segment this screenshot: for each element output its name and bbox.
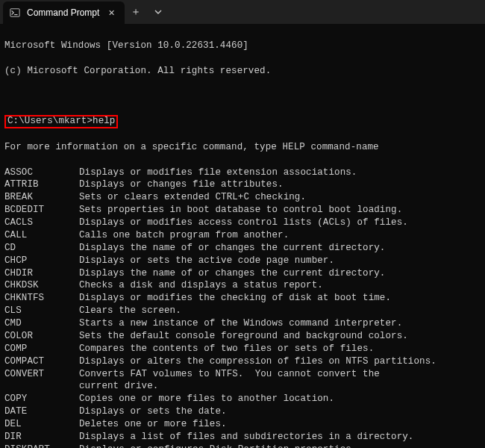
command-name: CD bbox=[4, 242, 79, 255]
command-name: COMPACT bbox=[4, 355, 79, 368]
command-desc: Displays or modifies access control list… bbox=[79, 217, 481, 229]
command-name: DIR bbox=[4, 431, 79, 444]
command-desc: Displays or configures Disk Partition pr… bbox=[79, 444, 481, 448]
command-desc: Calls one batch program from another. bbox=[79, 229, 481, 242]
banner-line-1: Microsoft Windows [Version 10.0.22631.44… bbox=[4, 40, 481, 52]
command-name: BREAK bbox=[4, 191, 79, 204]
command-desc: Starts a new instance of the Windows com… bbox=[79, 317, 481, 330]
svg-rect-0 bbox=[10, 9, 19, 17]
command-row: current drive. bbox=[4, 380, 481, 393]
command-desc: Sets or clears extended CTRL+C checking. bbox=[79, 191, 481, 204]
terminal-output[interactable]: Microsoft Windows [Version 10.0.22631.44… bbox=[0, 24, 485, 448]
command-name: DISKPART bbox=[4, 444, 79, 448]
command-name: CHKDSK bbox=[4, 279, 79, 292]
command-name: DATE bbox=[4, 405, 79, 418]
tab-label: Command Prompt bbox=[27, 7, 99, 18]
command-row: COMPACTDisplays or alters the compressio… bbox=[4, 355, 481, 368]
prompt-command: help bbox=[93, 116, 115, 126]
command-desc: Displays or changes file attributes. bbox=[79, 178, 481, 191]
command-row: DATEDisplays or sets the date. bbox=[4, 405, 481, 418]
blank-line bbox=[4, 90, 481, 102]
command-name: CONVERT bbox=[4, 368, 79, 381]
command-row: ATTRIBDisplays or changes file attribute… bbox=[4, 178, 481, 191]
command-row: DIRDisplays a list of files and subdirec… bbox=[4, 431, 481, 444]
command-name: ATTRIB bbox=[4, 178, 79, 191]
command-desc: Displays the name of or changes the curr… bbox=[79, 267, 481, 280]
command-name: COMP bbox=[4, 343, 79, 355]
command-desc: Displays or sets the active code page nu… bbox=[79, 255, 481, 267]
command-desc: current drive. bbox=[79, 380, 481, 393]
command-row: CMDStarts a new instance of the Windows … bbox=[4, 317, 481, 330]
command-row: CLSClears the screen. bbox=[4, 305, 481, 317]
command-row: CHCPDisplays or sets the active code pag… bbox=[4, 255, 481, 267]
command-row: COLORSets the default console foreground… bbox=[4, 330, 481, 343]
new-tab-button[interactable]: ＋ bbox=[125, 1, 147, 23]
command-desc: Copies one or more files to another loca… bbox=[79, 393, 481, 405]
command-name bbox=[4, 380, 79, 393]
command-name: CHKNTFS bbox=[4, 292, 79, 305]
command-desc: Compares the contents of two files or se… bbox=[79, 343, 481, 355]
command-name: CLS bbox=[4, 305, 79, 317]
command-row: CHDIRDisplays the name of or changes the… bbox=[4, 267, 481, 280]
command-row: CHKDSKChecks a disk and displays a statu… bbox=[4, 279, 481, 292]
command-name: CALL bbox=[4, 229, 79, 242]
banner-line-2: (c) Microsoft Corporation. All rights re… bbox=[4, 65, 481, 78]
command-desc: Sets properties in boot database to cont… bbox=[79, 204, 481, 217]
close-icon[interactable]: ✕ bbox=[105, 7, 117, 19]
prompt-path: C:\Users\mkart> bbox=[7, 116, 93, 126]
command-row: COMPCompares the contents of two files o… bbox=[4, 343, 481, 355]
command-desc: Displays the name of or changes the curr… bbox=[79, 242, 481, 255]
command-desc: Checks a disk and displays a status repo… bbox=[79, 279, 481, 292]
command-row: CDDisplays the name of or changes the cu… bbox=[4, 242, 481, 255]
command-row: CALLCalls one batch program from another… bbox=[4, 229, 481, 242]
command-name: COPY bbox=[4, 393, 79, 405]
tab-command-prompt[interactable]: Command Prompt ✕ bbox=[3, 1, 125, 24]
command-name: CHDIR bbox=[4, 267, 79, 280]
command-desc: Displays or alters the compression of fi… bbox=[79, 355, 481, 368]
command-desc: Deletes one or more files. bbox=[79, 418, 481, 431]
command-desc: Displays or modifies the checking of dis… bbox=[79, 292, 481, 305]
command-desc: Displays or modifies file extension asso… bbox=[79, 167, 481, 179]
command-row: DELDeletes one or more files. bbox=[4, 418, 481, 431]
command-row: BCDEDITSets properties in boot database … bbox=[4, 204, 481, 217]
command-row: COPYCopies one or more files to another … bbox=[4, 393, 481, 405]
command-row: CHKNTFSDisplays or modifies the checking… bbox=[4, 292, 481, 305]
prompt-line: C:\Users\mkart>help bbox=[4, 115, 481, 128]
command-desc: Clears the screen. bbox=[79, 305, 481, 317]
command-list: ASSOCDisplays or modifies file extension… bbox=[4, 167, 481, 449]
command-name: CMD bbox=[4, 317, 79, 330]
command-name: CHCP bbox=[4, 255, 79, 267]
command-name: ASSOC bbox=[4, 167, 79, 179]
command-row: BREAKSets or clears extended CTRL+C chec… bbox=[4, 191, 481, 204]
terminal-icon bbox=[9, 7, 21, 19]
help-header: For more information on a specific comma… bbox=[4, 141, 481, 154]
title-bar: Command Prompt ✕ ＋ bbox=[0, 0, 485, 24]
command-desc: Sets the default console foreground and … bbox=[79, 330, 481, 343]
command-desc: Converts FAT volumes to NTFS. You cannot… bbox=[79, 368, 481, 381]
command-row: CONVERTConverts FAT volumes to NTFS. You… bbox=[4, 368, 481, 381]
command-desc: Displays a list of files and subdirector… bbox=[79, 431, 481, 444]
command-name: BCDEDIT bbox=[4, 204, 79, 217]
command-name: COLOR bbox=[4, 330, 79, 343]
command-name: CACLS bbox=[4, 217, 79, 229]
highlighted-command: C:\Users\mkart>help bbox=[4, 115, 118, 128]
command-desc: Displays or sets the date. bbox=[79, 405, 481, 418]
command-row: DISKPARTDisplays or configures Disk Part… bbox=[4, 444, 481, 448]
command-row: CACLSDisplays or modifies access control… bbox=[4, 217, 481, 229]
tab-dropdown-button[interactable] bbox=[147, 1, 169, 23]
command-name: DEL bbox=[4, 418, 79, 431]
command-row: ASSOCDisplays or modifies file extension… bbox=[4, 167, 481, 179]
